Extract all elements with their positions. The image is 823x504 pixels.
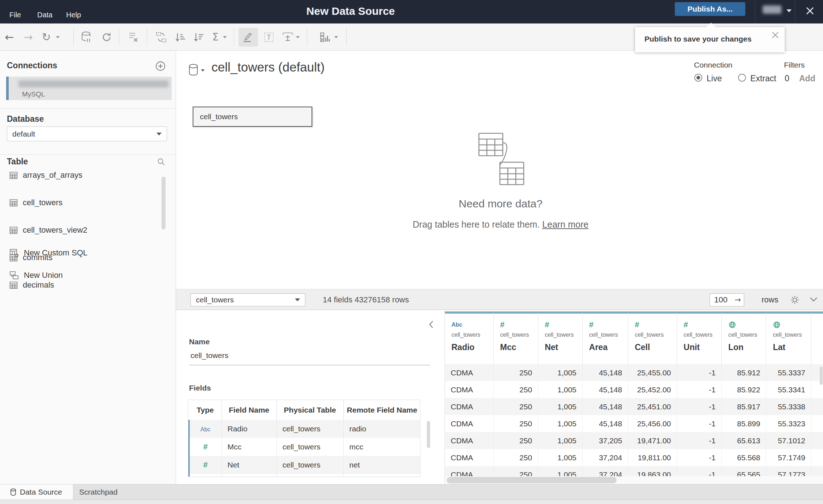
grid-column-table: cell_towers xyxy=(773,332,811,338)
grid-cell: 25,455.00 xyxy=(628,364,677,381)
filters-add-button[interactable]: Add xyxy=(799,74,815,83)
filters-count: 0 xyxy=(785,74,789,83)
grid-data-row[interactable]: CDMA2501,00545,14825,456.00-185.89955.33… xyxy=(445,415,823,432)
type-number-icon: # xyxy=(203,460,207,469)
grid-column-header[interactable]: cell_towersLon xyxy=(722,311,767,364)
tooltip-close-icon[interactable] xyxy=(771,31,780,39)
grid-column-name: Lon xyxy=(728,343,766,352)
sidebar-table-item[interactable]: cell_towers xyxy=(0,196,163,210)
datasource-icon[interactable] xyxy=(188,64,199,77)
field-name-cell: Mcc xyxy=(222,438,277,456)
new-custom-sql-button[interactable]: New Custom SQL xyxy=(0,246,163,260)
window-close-icon[interactable] xyxy=(805,6,815,16)
replay-icon[interactable]: ↻ xyxy=(39,23,53,51)
sort-descending-icon[interactable] xyxy=(191,23,207,51)
field-row[interactable]: #Mcccell_towersmcc xyxy=(189,438,420,456)
logical-table-node[interactable]: cell_towers xyxy=(193,107,312,127)
grid-column-header[interactable]: #cell_towersMcc xyxy=(494,311,539,364)
live-radio-label: Live xyxy=(707,74,722,83)
grid-vertical-scrollbar[interactable] xyxy=(820,367,823,385)
learn-more-link[interactable]: Learn more xyxy=(542,219,588,229)
totals-sigma-icon[interactable]: Σ xyxy=(209,23,222,51)
tab-data-source[interactable]: Data Source xyxy=(0,484,73,500)
grid-cell: 45,148 xyxy=(583,364,628,381)
tab-scratchpad[interactable]: Scratchpad xyxy=(79,484,117,500)
user-menu-caret-icon[interactable] xyxy=(786,9,792,12)
redo-icon[interactable]: → xyxy=(21,23,35,51)
new-union-button[interactable]: New Union xyxy=(0,268,163,283)
grid-column-header[interactable]: #cell_towersArea xyxy=(583,311,628,364)
grid-cell: -1 xyxy=(677,466,722,476)
show-hide-cards-icon[interactable] xyxy=(317,23,333,51)
grid-data-row[interactable]: CDMA2501,00545,14825,452.00-185.92255.33… xyxy=(445,381,823,398)
swap-rows-columns-icon[interactable] xyxy=(153,23,169,51)
fit-caret-icon[interactable] xyxy=(295,23,301,51)
table-list-scrollbar[interactable] xyxy=(162,177,166,229)
type-number-icon: # xyxy=(589,320,593,329)
database-caret-icon xyxy=(157,133,162,135)
grid-data-row[interactable]: CDMA2501,00545,14825,455.00-185.91255.33… xyxy=(445,364,823,381)
collapse-panel-icon[interactable] xyxy=(428,320,434,329)
refresh-icon[interactable] xyxy=(99,23,114,51)
menu-file[interactable]: File xyxy=(9,11,21,19)
menu-data[interactable]: Data xyxy=(37,11,52,19)
replay-caret-icon[interactable] xyxy=(55,23,61,51)
grid-cell-partial xyxy=(811,432,823,449)
grid-column-header[interactable]: #cell_towersUnit xyxy=(677,311,722,364)
grid-column-header[interactable]: #cell_towersNet xyxy=(538,311,583,364)
grid-cell: 57.1773 xyxy=(766,466,811,476)
field-name-cell: Net xyxy=(222,456,277,474)
grid-cell: -1 xyxy=(677,381,722,398)
field-row[interactable]: AbcRadiocell_towersradio xyxy=(189,420,420,438)
highlight-pen-icon[interactable] xyxy=(239,23,255,51)
row-limit-input[interactable]: 100 → xyxy=(710,293,744,306)
grid-table-select[interactable]: cell_towers xyxy=(190,293,305,306)
clear-sheet-icon[interactable] xyxy=(125,23,141,51)
live-radio[interactable] xyxy=(694,74,702,82)
grid-column-table: cell_towers xyxy=(500,332,538,338)
type-number-icon: # xyxy=(203,442,207,451)
fields-table-scrollbar[interactable] xyxy=(427,421,430,448)
undo-icon[interactable]: ← xyxy=(2,23,17,51)
user-account-chip[interactable] xyxy=(763,5,781,14)
extract-radio[interactable] xyxy=(738,74,746,82)
grid-data-row[interactable]: CDMA2501,00537,20419,811.00-165.56857.17… xyxy=(445,449,823,466)
publish-as-button[interactable]: Publish As... xyxy=(675,2,745,16)
table-search-icon[interactable] xyxy=(157,158,166,166)
grid-hscroll-thumb[interactable] xyxy=(447,477,617,483)
totals-caret-icon[interactable] xyxy=(222,23,228,51)
datasource-cylinder-icon[interactable] xyxy=(79,23,93,51)
grid-data-row[interactable]: CDMA2501,00537,20519,471.00-165.61357.10… xyxy=(445,432,823,449)
fields-label: Fields xyxy=(189,384,211,392)
table-grid-icon xyxy=(9,199,18,207)
grid-column-header[interactable]: #cell_towersCell xyxy=(628,311,677,364)
connection-item[interactable]: MySQL xyxy=(6,77,172,100)
menu-help[interactable]: Help xyxy=(66,11,81,19)
cards-caret-icon[interactable] xyxy=(333,23,339,51)
grid-data-row[interactable]: CDMA2501,00537,20419,863.00-165.56557.17… xyxy=(445,466,823,476)
grid-column-header[interactable]: Abccell_towersRadio xyxy=(445,311,494,364)
grid-settings-gear-icon[interactable] xyxy=(790,295,800,305)
database-select[interactable]: default xyxy=(7,126,167,141)
apply-rows-arrow-icon[interactable]: → xyxy=(734,294,741,306)
metadata-panel: Name cell_towers Fields Type Field Name … xyxy=(176,310,445,484)
datasource-caret-icon[interactable] xyxy=(201,69,205,72)
grid-cell: 85.922 xyxy=(722,381,767,398)
grid-column-table: cell_towers xyxy=(589,332,628,338)
sort-ascending-icon[interactable] xyxy=(172,23,188,51)
grid-cell: 37,204 xyxy=(583,466,628,476)
grid-horizontal-scrollbar[interactable] xyxy=(445,476,823,484)
text-label-icon[interactable] xyxy=(261,23,277,51)
grid-data-row[interactable]: CDMA2501,00545,14825,451.00-185.91755.33… xyxy=(445,398,823,415)
grid-cell: 65.565 xyxy=(722,466,767,476)
fit-selector-icon[interactable] xyxy=(280,23,296,51)
add-connection-icon[interactable] xyxy=(155,61,166,71)
name-value[interactable]: cell_towers xyxy=(190,351,228,360)
sidebar-table-item[interactable]: cell_towers_view2 xyxy=(0,223,163,237)
grid-collapse-chevron-icon[interactable] xyxy=(809,297,818,302)
type-abc-icon: Abc xyxy=(200,426,210,432)
sidebar-table-item[interactable]: arrays_of_arrays xyxy=(0,168,163,182)
field-row[interactable]: #Netcell_towersnet xyxy=(189,456,420,474)
grid-column-header[interactable]: cell_towersLat xyxy=(766,311,811,364)
datasource-title[interactable]: cell_towers (default) xyxy=(211,60,325,74)
